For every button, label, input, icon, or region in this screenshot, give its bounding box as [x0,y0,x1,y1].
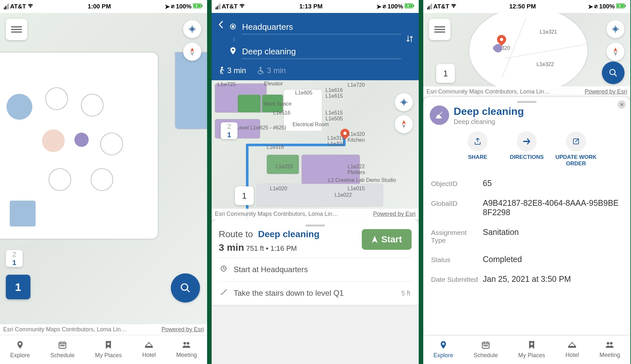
battery-icon [193,3,203,10]
wifi-icon [450,3,457,10]
map-attribution: Esri Community Maps Contributors, Loma L… [423,86,630,97]
swap-icon [406,34,414,43]
attrib-right[interactable]: Powered by Esri [373,211,415,217]
route-step[interactable]: Start at Headquarters [219,258,412,281]
bottom-nav: Explore Schedule My Places Hotel Meeting [0,335,207,364]
compass-button[interactable] [606,43,625,61]
compass-icon [401,120,407,128]
nav-hotel[interactable]: Hotel [142,341,156,358]
current-floor-chip[interactable]: 1 [436,64,455,83]
grabber-handle[interactable] [517,101,537,103]
calendar-icon [58,340,67,351]
floor-option-1[interactable]: 1 [221,131,238,139]
nav-schedule[interactable]: Schedule [473,340,498,359]
compass-button[interactable] [183,43,201,61]
svg-point-42 [487,345,487,346]
menu-button[interactable] [429,19,450,40]
svg-marker-27 [402,120,406,124]
share-icon [474,138,481,145]
detail-card: ✕ Deep cleaning Deep cleaning SHARE DIRE… [423,97,630,335]
battery-icon [404,3,415,10]
screen-mirror-icon: ⎚ [383,4,386,9]
field-row: GlobalID A9B42187-82E8-4064-8AAA-95B9BE8… [430,193,624,222]
attrib-right[interactable]: Powered by Esri [585,88,627,95]
svg-point-4 [192,28,193,30]
nav-meeting[interactable]: Meeting [599,341,620,358]
nav-explore[interactable]: Explore [433,340,453,359]
current-floor-chip[interactable]: 1 [235,186,254,205]
swap-button[interactable] [406,34,414,45]
nav-explore[interactable]: Explore [10,340,30,359]
svg-point-45 [571,342,573,343]
floor-picker[interactable]: 2 1 [221,122,238,139]
locate-me-button[interactable] [606,20,625,38]
close-button[interactable]: ✕ [617,100,626,109]
wifi-icon [239,3,245,10]
compass-button[interactable] [395,115,413,133]
svg-rect-2 [202,5,203,7]
clock-label: 1:00 PM [88,3,111,10]
search-button[interactable] [171,273,200,303]
attrib-right[interactable]: Powered by Esri [161,326,204,333]
detail-subtitle: Deep cleaning [454,118,524,126]
mode-accessible[interactable]: 3 min [257,66,286,75]
svg-point-7 [181,284,188,290]
floor-option-1[interactable]: 1 [6,259,23,267]
battery-label: 100% [387,3,403,10]
current-floor-chip[interactable]: 1 [6,275,30,299]
search-icon [180,282,191,293]
map-canvas[interactable]: L1w725 Elevator L1e605 L1e616 L1e615 L1e… [212,80,419,219]
nav-hotel[interactable]: Hotel [565,341,579,358]
start-button[interactable]: Start [362,229,412,250]
nav-meeting[interactable]: Meeting [176,341,197,358]
map-canvas[interactable]: 2 1 1 Esri Community Maps Contributors, … [0,13,207,335]
pin-icon [16,340,25,351]
pin-icon [439,340,448,351]
meeting-icon [605,341,614,351]
field-row: Status Completed [430,249,624,269]
svg-marker-6 [190,52,194,56]
hotel-icon [144,341,154,351]
nav-schedule[interactable]: Schedule [50,340,74,359]
grabber-handle[interactable] [305,225,325,226]
svg-point-47 [610,342,613,345]
svg-marker-36 [614,52,617,56]
svg-point-46 [607,342,609,345]
update-workorder-button[interactable]: UPDATE WORK ORDER [555,131,597,167]
location-arrow-icon: ➤ [376,3,382,10]
route-title: Route to Deep cleaning [219,229,319,239]
nav-myplaces[interactable]: My Places [518,340,545,359]
svg-rect-19 [413,5,414,7]
hamburger-icon [434,25,445,34]
mode-walk[interactable]: 3 min [218,66,246,75]
wheelchair-icon [257,67,264,74]
walk-icon [218,66,225,75]
search-button[interactable] [602,61,625,84]
svg-point-10 [62,345,63,346]
floor-option-2[interactable]: 2 [6,250,23,259]
back-button[interactable] [217,17,225,34]
svg-point-16 [187,342,189,345]
crosshair-icon [611,25,620,33]
route-step[interactable]: Take the stairs down to level Q1 5 ft [219,281,412,305]
svg-point-26 [403,102,404,103]
calendar-icon [481,340,490,351]
screen-mirror-icon: ⎚ [594,4,598,9]
map-canvas[interactable]: L1e320 L1e321 L1e322 1 Esri Community Ma… [423,13,630,97]
hotel-icon [567,341,577,351]
floor-picker[interactable]: 2 1 [6,250,23,267]
menu-button[interactable] [6,19,27,40]
carrier-label: AT&T [10,3,26,10]
svg-point-34 [615,28,616,30]
nav-myplaces[interactable]: My Places [95,340,122,359]
share-button[interactable]: SHARE [457,131,499,167]
locate-me-button[interactable] [395,93,413,111]
directions-button[interactable]: DIRECTIONS [506,131,548,167]
locate-me-button[interactable] [183,20,201,38]
svg-marker-35 [614,48,617,52]
from-field[interactable]: Headquarters [241,20,401,34]
floor-option-2[interactable]: 2 [221,122,238,131]
svg-marker-5 [190,48,194,52]
bookmark-icon [528,340,536,351]
to-field[interactable]: Deep cleaning [241,45,401,59]
